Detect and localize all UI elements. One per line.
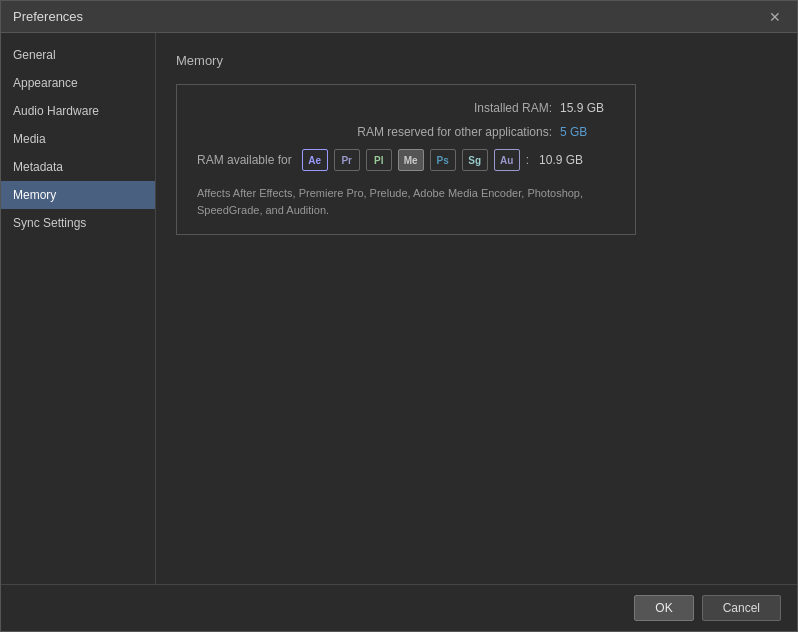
sidebar-item-label: Memory bbox=[13, 188, 56, 202]
reserved-ram-row: RAM reserved for other applications: 5 G… bbox=[197, 125, 615, 139]
sidebar-item-label: Audio Hardware bbox=[13, 104, 99, 118]
sidebar-item-label: Metadata bbox=[13, 160, 63, 174]
sidebar: General Appearance Audio Hardware Media … bbox=[1, 33, 156, 584]
sidebar-item-label: Appearance bbox=[13, 76, 78, 90]
sidebar-item-metadata[interactable]: Metadata bbox=[1, 153, 155, 181]
badge-au: Au bbox=[494, 149, 520, 171]
badge-pr: Pr bbox=[334, 149, 360, 171]
cancel-button[interactable]: Cancel bbox=[702, 595, 781, 621]
badge-sg: Sg bbox=[462, 149, 488, 171]
available-ram-label: RAM available for bbox=[197, 153, 292, 167]
reserved-ram-value: 5 GB bbox=[560, 125, 615, 139]
main-panel: Memory Installed RAM: 15.9 GB RAM reserv… bbox=[156, 33, 797, 584]
available-ram-row: RAM available for Ae Pr Pl Me Ps Sg Au :… bbox=[197, 149, 615, 171]
sidebar-item-general[interactable]: General bbox=[1, 41, 155, 69]
sidebar-item-appearance[interactable]: Appearance bbox=[1, 69, 155, 97]
memory-box: Installed RAM: 15.9 GB RAM reserved for … bbox=[176, 84, 636, 235]
ok-button[interactable]: OK bbox=[634, 595, 693, 621]
sidebar-item-label: General bbox=[13, 48, 56, 62]
title-bar: Preferences ✕ bbox=[1, 1, 797, 33]
close-button[interactable]: ✕ bbox=[765, 7, 785, 27]
sidebar-item-audio-hardware[interactable]: Audio Hardware bbox=[1, 97, 155, 125]
section-title: Memory bbox=[176, 53, 777, 68]
available-colon: : bbox=[526, 153, 529, 167]
sidebar-item-media[interactable]: Media bbox=[1, 125, 155, 153]
badge-ae: Ae bbox=[302, 149, 328, 171]
affects-text: Affects After Effects, Premiere Pro, Pre… bbox=[197, 185, 615, 218]
badge-pl: Pl bbox=[366, 149, 392, 171]
sidebar-item-label: Sync Settings bbox=[13, 216, 86, 230]
reserved-ram-label: RAM reserved for other applications: bbox=[357, 125, 552, 139]
sidebar-item-sync-settings[interactable]: Sync Settings bbox=[1, 209, 155, 237]
installed-ram-value: 15.9 GB bbox=[560, 101, 615, 115]
content-area: General Appearance Audio Hardware Media … bbox=[1, 33, 797, 584]
preferences-dialog: Preferences ✕ General Appearance Audio H… bbox=[0, 0, 798, 632]
badge-ps: Ps bbox=[430, 149, 456, 171]
sidebar-item-label: Media bbox=[13, 132, 46, 146]
installed-ram-row: Installed RAM: 15.9 GB bbox=[197, 101, 615, 115]
sidebar-item-memory[interactable]: Memory bbox=[1, 181, 155, 209]
footer: OK Cancel bbox=[1, 584, 797, 631]
badge-me: Me bbox=[398, 149, 424, 171]
available-ram-value: 10.9 GB bbox=[539, 153, 583, 167]
dialog-title: Preferences bbox=[13, 9, 83, 24]
installed-ram-label: Installed RAM: bbox=[474, 101, 552, 115]
